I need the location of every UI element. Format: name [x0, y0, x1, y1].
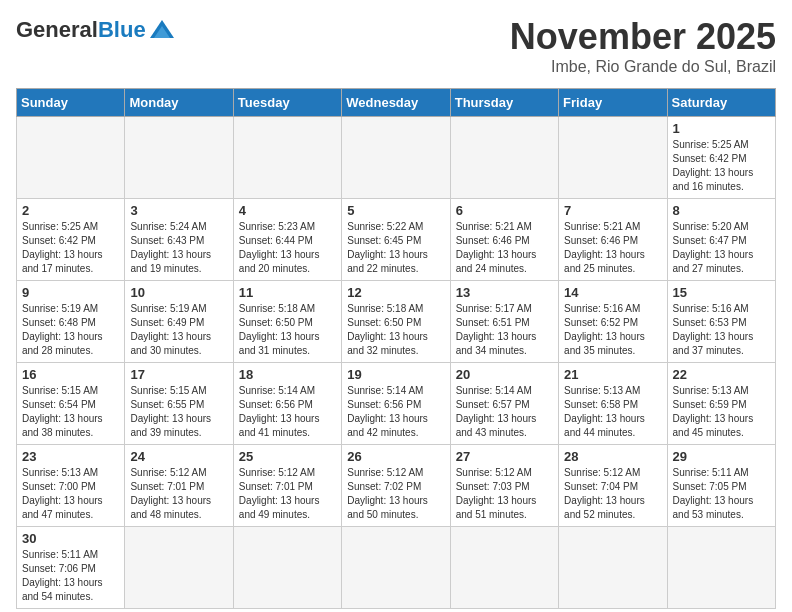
- calendar-row-3: 9 Sunrise: 5:19 AM Sunset: 6:48 PM Dayli…: [17, 281, 776, 363]
- empty-cell: [450, 117, 558, 199]
- col-thursday: Thursday: [450, 89, 558, 117]
- day-6: 6 Sunrise: 5:21 AM Sunset: 6:46 PM Dayli…: [450, 199, 558, 281]
- empty-cell: [559, 117, 667, 199]
- day-17: 17 Sunrise: 5:15 AM Sunset: 6:55 PM Dayl…: [125, 363, 233, 445]
- empty-cell: [342, 527, 450, 609]
- empty-cell: [450, 527, 558, 609]
- day-10: 10 Sunrise: 5:19 AM Sunset: 6:49 PM Dayl…: [125, 281, 233, 363]
- empty-cell: [125, 117, 233, 199]
- day-19: 19 Sunrise: 5:14 AM Sunset: 6:56 PM Dayl…: [342, 363, 450, 445]
- day-16: 16 Sunrise: 5:15 AM Sunset: 6:54 PM Dayl…: [17, 363, 125, 445]
- col-sunday: Sunday: [17, 89, 125, 117]
- empty-cell: [667, 527, 775, 609]
- empty-cell: [233, 527, 341, 609]
- calendar-row-6: 30 Sunrise: 5:11 AM Sunset: 7:06 PM Dayl…: [17, 527, 776, 609]
- col-saturday: Saturday: [667, 89, 775, 117]
- day-8: 8 Sunrise: 5:20 AM Sunset: 6:47 PM Dayli…: [667, 199, 775, 281]
- month-title: November 2025: [510, 16, 776, 58]
- day-13: 13 Sunrise: 5:17 AM Sunset: 6:51 PM Dayl…: [450, 281, 558, 363]
- day-22: 22 Sunrise: 5:13 AM Sunset: 6:59 PM Dayl…: [667, 363, 775, 445]
- calendar-table: Sunday Monday Tuesday Wednesday Thursday…: [16, 88, 776, 609]
- day-3: 3 Sunrise: 5:24 AM Sunset: 6:43 PM Dayli…: [125, 199, 233, 281]
- empty-cell: [559, 527, 667, 609]
- day-24: 24 Sunrise: 5:12 AM Sunset: 7:01 PM Dayl…: [125, 445, 233, 527]
- day-9: 9 Sunrise: 5:19 AM Sunset: 6:48 PM Dayli…: [17, 281, 125, 363]
- col-tuesday: Tuesday: [233, 89, 341, 117]
- day-27: 27 Sunrise: 5:12 AM Sunset: 7:03 PM Dayl…: [450, 445, 558, 527]
- location-title: Imbe, Rio Grande do Sul, Brazil: [510, 58, 776, 76]
- day-2: 2 Sunrise: 5:25 AM Sunset: 6:42 PM Dayli…: [17, 199, 125, 281]
- calendar-row-5: 23 Sunrise: 5:13 AM Sunset: 7:00 PM Dayl…: [17, 445, 776, 527]
- empty-cell: [233, 117, 341, 199]
- col-monday: Monday: [125, 89, 233, 117]
- day-15: 15 Sunrise: 5:16 AM Sunset: 6:53 PM Dayl…: [667, 281, 775, 363]
- logo: GeneralBlue: [16, 16, 176, 44]
- calendar-row-2: 2 Sunrise: 5:25 AM Sunset: 6:42 PM Dayli…: [17, 199, 776, 281]
- day-26: 26 Sunrise: 5:12 AM Sunset: 7:02 PM Dayl…: [342, 445, 450, 527]
- day-7: 7 Sunrise: 5:21 AM Sunset: 6:46 PM Dayli…: [559, 199, 667, 281]
- empty-cell: [342, 117, 450, 199]
- page-header: GeneralBlue November 2025 Imbe, Rio Gran…: [16, 16, 776, 76]
- day-12: 12 Sunrise: 5:18 AM Sunset: 6:50 PM Dayl…: [342, 281, 450, 363]
- calendar-row-1: 1 Sunrise: 5:25 AM Sunset: 6:42 PM Dayli…: [17, 117, 776, 199]
- logo-text: GeneralBlue: [16, 19, 146, 41]
- calendar-row-4: 16 Sunrise: 5:15 AM Sunset: 6:54 PM Dayl…: [17, 363, 776, 445]
- empty-cell: [125, 527, 233, 609]
- day-25: 25 Sunrise: 5:12 AM Sunset: 7:01 PM Dayl…: [233, 445, 341, 527]
- day-29: 29 Sunrise: 5:11 AM Sunset: 7:05 PM Dayl…: [667, 445, 775, 527]
- title-area: November 2025 Imbe, Rio Grande do Sul, B…: [510, 16, 776, 76]
- day-18: 18 Sunrise: 5:14 AM Sunset: 6:56 PM Dayl…: [233, 363, 341, 445]
- day-21: 21 Sunrise: 5:13 AM Sunset: 6:58 PM Dayl…: [559, 363, 667, 445]
- empty-cell: [17, 117, 125, 199]
- day-1: 1 Sunrise: 5:25 AM Sunset: 6:42 PM Dayli…: [667, 117, 775, 199]
- col-friday: Friday: [559, 89, 667, 117]
- day-30: 30 Sunrise: 5:11 AM Sunset: 7:06 PM Dayl…: [17, 527, 125, 609]
- day-11: 11 Sunrise: 5:18 AM Sunset: 6:50 PM Dayl…: [233, 281, 341, 363]
- logo-icon: [148, 16, 176, 44]
- day-5: 5 Sunrise: 5:22 AM Sunset: 6:45 PM Dayli…: [342, 199, 450, 281]
- day-23: 23 Sunrise: 5:13 AM Sunset: 7:00 PM Dayl…: [17, 445, 125, 527]
- day-14: 14 Sunrise: 5:16 AM Sunset: 6:52 PM Dayl…: [559, 281, 667, 363]
- day-4: 4 Sunrise: 5:23 AM Sunset: 6:44 PM Dayli…: [233, 199, 341, 281]
- day-20: 20 Sunrise: 5:14 AM Sunset: 6:57 PM Dayl…: [450, 363, 558, 445]
- day-28: 28 Sunrise: 5:12 AM Sunset: 7:04 PM Dayl…: [559, 445, 667, 527]
- col-wednesday: Wednesday: [342, 89, 450, 117]
